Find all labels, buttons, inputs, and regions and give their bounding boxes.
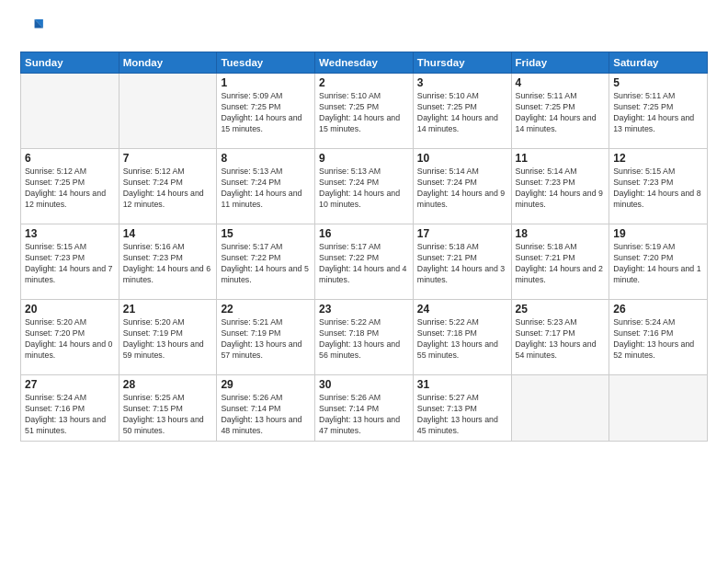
day-number: 13 <box>25 227 115 240</box>
calendar-cell: 10Sunrise: 5:14 AM Sunset: 7:24 PM Dayli… <box>413 149 511 224</box>
calendar-cell: 8Sunrise: 5:13 AM Sunset: 7:24 PM Daylig… <box>217 149 315 224</box>
calendar-cell: 15Sunrise: 5:17 AM Sunset: 7:22 PM Dayli… <box>217 224 315 300</box>
header <box>20 17 708 42</box>
cell-content: Sunrise: 5:18 AM Sunset: 7:21 PM Dayligh… <box>417 242 507 286</box>
day-number: 30 <box>319 378 409 391</box>
cell-content: Sunrise: 5:18 AM Sunset: 7:21 PM Dayligh… <box>516 242 606 286</box>
calendar-cell: 25Sunrise: 5:23 AM Sunset: 7:17 PM Dayli… <box>511 300 609 375</box>
page: SundayMondayTuesdayWednesdayThursdayFrid… <box>0 0 728 563</box>
calendar-week-row: 6Sunrise: 5:12 AM Sunset: 7:25 PM Daylig… <box>21 149 708 224</box>
calendar-cell: 14Sunrise: 5:16 AM Sunset: 7:23 PM Dayli… <box>119 224 217 300</box>
calendar-cell <box>21 74 119 149</box>
calendar-header-monday: Monday <box>119 52 217 74</box>
calendar-cell: 7Sunrise: 5:12 AM Sunset: 7:24 PM Daylig… <box>119 149 217 224</box>
cell-content: Sunrise: 5:16 AM Sunset: 7:23 PM Dayligh… <box>123 242 213 286</box>
day-number: 12 <box>613 152 703 165</box>
calendar-cell: 23Sunrise: 5:22 AM Sunset: 7:18 PM Dayli… <box>315 300 414 375</box>
calendar-cell <box>609 375 708 442</box>
day-number: 27 <box>25 378 115 391</box>
day-number: 2 <box>319 76 409 89</box>
cell-content: Sunrise: 5:15 AM Sunset: 7:23 PM Dayligh… <box>25 242 115 286</box>
calendar-cell: 11Sunrise: 5:14 AM Sunset: 7:23 PM Dayli… <box>511 149 609 224</box>
calendar-week-row: 27Sunrise: 5:24 AM Sunset: 7:16 PM Dayli… <box>21 375 708 442</box>
day-number: 16 <box>319 227 409 240</box>
calendar-cell: 13Sunrise: 5:15 AM Sunset: 7:23 PM Dayli… <box>21 224 119 300</box>
svg-rect-2 <box>23 19 33 29</box>
calendar-cell <box>119 74 217 149</box>
calendar-cell: 16Sunrise: 5:17 AM Sunset: 7:22 PM Dayli… <box>315 224 414 300</box>
day-number: 18 <box>516 227 606 240</box>
calendar-week-row: 20Sunrise: 5:20 AM Sunset: 7:20 PM Dayli… <box>21 300 708 375</box>
calendar-cell: 4Sunrise: 5:11 AM Sunset: 7:25 PM Daylig… <box>511 74 609 149</box>
calendar-cell: 9Sunrise: 5:13 AM Sunset: 7:24 PM Daylig… <box>315 149 414 224</box>
calendar-cell: 1Sunrise: 5:09 AM Sunset: 7:25 PM Daylig… <box>217 74 315 149</box>
cell-content: Sunrise: 5:11 AM Sunset: 7:25 PM Dayligh… <box>613 91 703 135</box>
cell-content: Sunrise: 5:13 AM Sunset: 7:24 PM Dayligh… <box>221 167 311 211</box>
calendar-cell: 24Sunrise: 5:22 AM Sunset: 7:18 PM Dayli… <box>413 300 511 375</box>
calendar-cell <box>511 375 609 442</box>
calendar-cell: 28Sunrise: 5:25 AM Sunset: 7:15 PM Dayli… <box>119 375 217 442</box>
calendar-cell: 26Sunrise: 5:24 AM Sunset: 7:16 PM Dayli… <box>609 300 708 375</box>
logo <box>20 17 50 42</box>
day-number: 25 <box>516 303 606 316</box>
calendar-cell: 6Sunrise: 5:12 AM Sunset: 7:25 PM Daylig… <box>21 149 119 224</box>
logo-icon <box>20 17 46 42</box>
cell-content: Sunrise: 5:12 AM Sunset: 7:25 PM Dayligh… <box>25 167 115 211</box>
day-number: 24 <box>417 303 507 316</box>
cell-content: Sunrise: 5:26 AM Sunset: 7:14 PM Dayligh… <box>319 393 409 437</box>
calendar-header-friday: Friday <box>511 52 609 74</box>
cell-content: Sunrise: 5:12 AM Sunset: 7:24 PM Dayligh… <box>123 167 213 211</box>
cell-content: Sunrise: 5:26 AM Sunset: 7:14 PM Dayligh… <box>221 393 311 437</box>
cell-content: Sunrise: 5:20 AM Sunset: 7:20 PM Dayligh… <box>25 317 115 362</box>
calendar-cell: 31Sunrise: 5:27 AM Sunset: 7:13 PM Dayli… <box>413 375 511 442</box>
calendar-header-tuesday: Tuesday <box>217 52 315 74</box>
cell-content: Sunrise: 5:22 AM Sunset: 7:18 PM Dayligh… <box>417 317 507 362</box>
calendar-header-saturday: Saturday <box>609 52 708 74</box>
calendar-header-wednesday: Wednesday <box>315 52 414 74</box>
calendar-cell: 18Sunrise: 5:18 AM Sunset: 7:21 PM Dayli… <box>511 224 609 300</box>
day-number: 17 <box>417 227 507 240</box>
day-number: 28 <box>123 378 213 391</box>
calendar-cell: 29Sunrise: 5:26 AM Sunset: 7:14 PM Dayli… <box>217 375 315 442</box>
day-number: 3 <box>417 76 507 89</box>
day-number: 10 <box>417 152 507 165</box>
day-number: 1 <box>221 76 311 89</box>
cell-content: Sunrise: 5:24 AM Sunset: 7:16 PM Dayligh… <box>613 317 703 362</box>
calendar-cell: 22Sunrise: 5:21 AM Sunset: 7:19 PM Dayli… <box>217 300 315 375</box>
calendar-cell: 21Sunrise: 5:20 AM Sunset: 7:19 PM Dayli… <box>119 300 217 375</box>
day-number: 20 <box>25 303 115 316</box>
calendar-cell: 5Sunrise: 5:11 AM Sunset: 7:25 PM Daylig… <box>609 74 708 149</box>
day-number: 4 <box>516 76 606 89</box>
day-number: 6 <box>25 152 115 165</box>
day-number: 21 <box>123 303 213 316</box>
cell-content: Sunrise: 5:17 AM Sunset: 7:22 PM Dayligh… <box>319 242 409 286</box>
cell-content: Sunrise: 5:17 AM Sunset: 7:22 PM Dayligh… <box>221 242 311 286</box>
cell-content: Sunrise: 5:09 AM Sunset: 7:25 PM Dayligh… <box>221 91 311 135</box>
calendar-cell: 3Sunrise: 5:10 AM Sunset: 7:25 PM Daylig… <box>413 74 511 149</box>
cell-content: Sunrise: 5:21 AM Sunset: 7:19 PM Dayligh… <box>221 317 311 362</box>
calendar-header-thursday: Thursday <box>413 52 511 74</box>
cell-content: Sunrise: 5:10 AM Sunset: 7:25 PM Dayligh… <box>319 91 409 135</box>
day-number: 11 <box>516 152 606 165</box>
cell-content: Sunrise: 5:14 AM Sunset: 7:23 PM Dayligh… <box>516 167 606 211</box>
calendar-cell: 27Sunrise: 5:24 AM Sunset: 7:16 PM Dayli… <box>21 375 119 442</box>
day-number: 15 <box>221 227 311 240</box>
cell-content: Sunrise: 5:13 AM Sunset: 7:24 PM Dayligh… <box>319 167 409 211</box>
day-number: 14 <box>123 227 213 240</box>
calendar-cell: 2Sunrise: 5:10 AM Sunset: 7:25 PM Daylig… <box>315 74 414 149</box>
day-number: 29 <box>221 378 311 391</box>
cell-content: Sunrise: 5:10 AM Sunset: 7:25 PM Dayligh… <box>417 91 507 135</box>
cell-content: Sunrise: 5:11 AM Sunset: 7:25 PM Dayligh… <box>516 91 606 135</box>
day-number: 5 <box>613 76 703 89</box>
cell-content: Sunrise: 5:24 AM Sunset: 7:16 PM Dayligh… <box>25 393 115 437</box>
day-number: 8 <box>221 152 311 165</box>
calendar-week-row: 13Sunrise: 5:15 AM Sunset: 7:23 PM Dayli… <box>21 224 708 300</box>
day-number: 22 <box>221 303 311 316</box>
calendar-header-sunday: Sunday <box>21 52 119 74</box>
day-number: 19 <box>613 227 703 240</box>
calendar-cell: 12Sunrise: 5:15 AM Sunset: 7:23 PM Dayli… <box>609 149 708 224</box>
day-number: 26 <box>613 303 703 316</box>
calendar: SundayMondayTuesdayWednesdayThursdayFrid… <box>20 52 708 442</box>
day-number: 9 <box>319 152 409 165</box>
calendar-cell: 19Sunrise: 5:19 AM Sunset: 7:20 PM Dayli… <box>609 224 708 300</box>
